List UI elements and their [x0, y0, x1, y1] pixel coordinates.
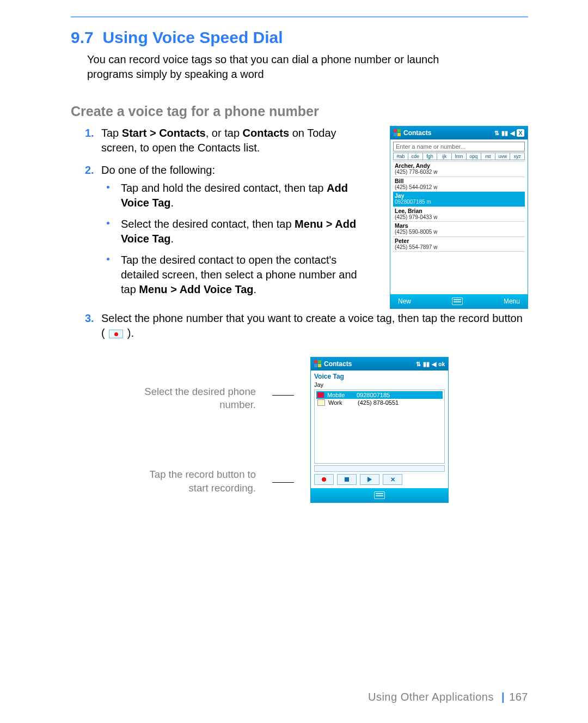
contact-row[interactable]: Lee, Brian(425) 979-0433 w: [393, 207, 525, 222]
delete-button[interactable]: ✕: [383, 474, 402, 485]
alpha-uvw[interactable]: uvw: [495, 153, 510, 160]
alpha-ijk[interactable]: ijk: [437, 153, 452, 160]
callout-tap-record: Tap the record button to start recording…: [136, 468, 256, 494]
record-button-icon: [109, 330, 123, 338]
phone-number-row[interactable]: Work(425) 878-0551: [316, 399, 443, 406]
signal-icon: ▮▮: [423, 361, 430, 368]
callout-select-number: Select the desired phone number.: [136, 385, 256, 411]
titlebar: Contacts ⇅ ▮▮ ◀ X: [390, 126, 528, 139]
softkey-menu[interactable]: Menu: [504, 297, 520, 305]
app-title: Contacts: [403, 129, 431, 137]
phone-number-row[interactable]: Mobile0928007185: [316, 391, 443, 399]
footer-page-number: 167: [509, 691, 528, 703]
bullet-icon: [107, 222, 109, 224]
volume-icon: ◀: [432, 361, 436, 368]
keyboard-icon[interactable]: [452, 297, 463, 305]
bullet-icon: [107, 186, 109, 189]
step-num-1: 1.: [85, 126, 94, 141]
alpha-fgh[interactable]: fgh: [423, 153, 438, 160]
contact-row[interactable]: Peter(425) 554-7897 w: [393, 237, 525, 252]
step-1: 1. Tap Start > Contacts, or tap Contacts…: [85, 126, 375, 155]
screenshot-contacts-list: Contacts ⇅ ▮▮ ◀ X Enter a name or number…: [390, 126, 528, 309]
bullet-1: Tap and hold the desired contact, then t…: [105, 181, 375, 210]
step-2: 2. Do one of the following: Tap and hold…: [85, 163, 375, 297]
contact-row[interactable]: Mars(425) 590-8005 w: [393, 222, 525, 237]
footer-chapter: Using Other Applications: [368, 691, 494, 703]
alpha-#ab[interactable]: #ab: [394, 153, 408, 160]
step-num-2: 2.: [85, 163, 94, 178]
app-title: Contacts: [324, 360, 352, 368]
contact-row[interactable]: Jay0928007185 m: [393, 192, 525, 207]
alpha-cde[interactable]: cde: [408, 153, 423, 160]
contact-row[interactable]: Bill(425) 544-0912 w: [393, 177, 525, 192]
sync-icon: ⇅: [416, 361, 421, 368]
alpha-opq[interactable]: opq: [467, 153, 481, 160]
contact-row[interactable]: Archer, Andy(425) 778-6032 w: [393, 162, 525, 177]
record-controls: ✕: [314, 474, 445, 485]
section-title: 9.7 Using Voice Speed Dial: [71, 28, 528, 47]
footer-separator: |: [501, 691, 505, 703]
sync-icon: ⇅: [494, 130, 499, 137]
play-button[interactable]: [360, 474, 379, 485]
voice-tag-heading: Voice Tag: [314, 373, 445, 380]
alpha-lmn[interactable]: lmn: [452, 153, 467, 160]
keyboard-icon[interactable]: [374, 491, 385, 499]
section-title-text: Using Voice Speed Dial: [102, 28, 283, 46]
ok-button[interactable]: ok: [438, 361, 445, 367]
progress-bar: [314, 465, 445, 472]
search-input[interactable]: Enter a name or number...: [393, 142, 525, 151]
home-icon: [317, 392, 324, 398]
stop-button[interactable]: [337, 474, 357, 485]
bullet-2: Select the desired contact, then tap Men…: [105, 217, 375, 246]
softkey-bar: [311, 488, 448, 502]
footer: Using Other Applications |167: [368, 691, 528, 703]
phone-number-list: Mobile0928007185Work(425) 878-0551: [314, 390, 445, 464]
subheading: Create a voice tag for a phone number: [71, 104, 528, 119]
alpha-rst[interactable]: rst: [481, 153, 496, 160]
volume-icon: ◀: [510, 130, 514, 137]
step-3: 3. Select the phone number that you want…: [85, 311, 528, 341]
contacts-list: Archer, Andy(425) 778-6032 wBill(425) 54…: [393, 161, 525, 252]
bullet-icon: [107, 258, 109, 260]
top-rule: [71, 16, 528, 17]
work-icon: [317, 399, 325, 406]
blank-area: [390, 252, 528, 294]
bullet-3: Tap the desired contact to open the cont…: [105, 253, 375, 297]
step-num-3: 3.: [85, 311, 94, 326]
alpha-index-row[interactable]: #abcdefghijklmnopqrstuvwxyz: [393, 153, 525, 160]
titlebar: Contacts ⇅ ▮▮ ◀ ok: [311, 357, 448, 370]
section-number: 9.7: [71, 28, 94, 46]
screenshot-voice-tag: Contacts ⇅ ▮▮ ◀ ok Voice Tag Jay Mobile0…: [310, 357, 449, 503]
start-icon[interactable]: [314, 360, 322, 368]
start-icon[interactable]: [394, 129, 401, 137]
close-button[interactable]: X: [517, 129, 524, 137]
contact-name: Jay: [314, 381, 445, 388]
alpha-xyz[interactable]: xyz: [510, 153, 524, 160]
intro-paragraph: You can record voice tags so that you ca…: [87, 52, 468, 82]
signal-icon: ▮▮: [501, 130, 508, 137]
softkey-bar: New Menu: [390, 294, 528, 308]
softkey-new[interactable]: New: [398, 297, 411, 305]
record-button[interactable]: [314, 474, 334, 485]
